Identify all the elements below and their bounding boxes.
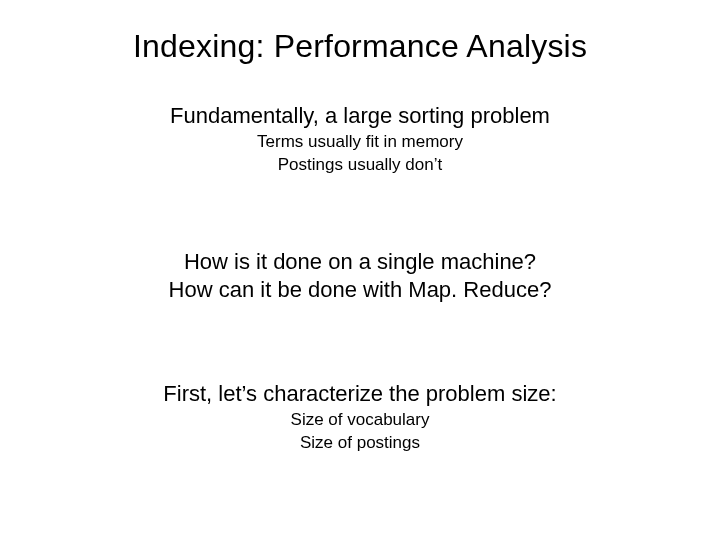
section-3-sub-1: Size of vocabulary — [0, 409, 720, 430]
slide: Indexing: Performance Analysis Fundament… — [0, 0, 720, 540]
section-1-sub-1: Terms usually fit in memory — [0, 131, 720, 152]
section-2-question-2: How can it be done with Map. Reduce? — [0, 276, 720, 305]
slide-title: Indexing: Performance Analysis — [0, 0, 720, 65]
section-1-lead: Fundamentally, a large sorting problem — [0, 103, 720, 129]
section-2: How is it done on a single machine? How … — [0, 248, 720, 305]
section-2-question-1: How is it done on a single machine? — [0, 248, 720, 277]
section-1-sub-2: Postings usually don’t — [0, 154, 720, 175]
section-3-sub-2: Size of postings — [0, 432, 720, 453]
section-3-lead: First, let’s characterize the problem si… — [0, 381, 720, 407]
section-3: First, let’s characterize the problem si… — [0, 381, 720, 454]
section-1: Fundamentally, a large sorting problem T… — [0, 103, 720, 176]
